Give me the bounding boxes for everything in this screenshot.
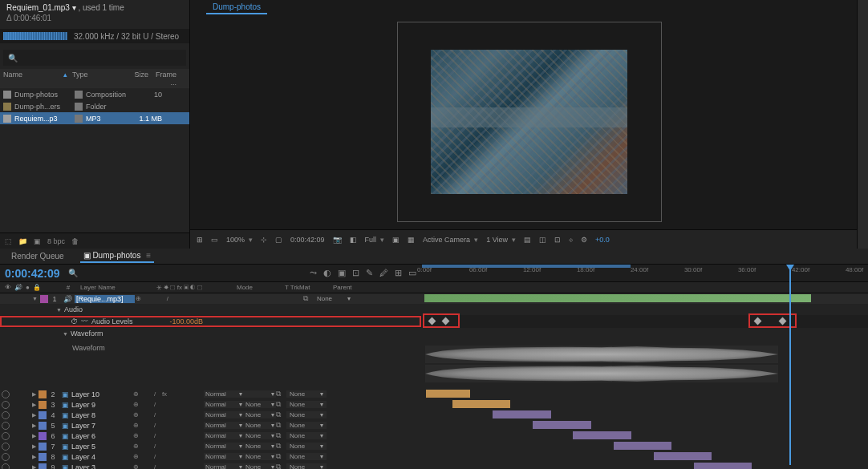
link-icon[interactable]: ⧉ (276, 400, 284, 409)
parent-dropdown[interactable]: None▾ (286, 411, 327, 418)
color-tag[interactable] (39, 390, 47, 398)
tl-icon-5[interactable]: ✎ (366, 268, 373, 278)
mode-dropdown[interactable]: Normal▾ (204, 390, 244, 398)
link-icon[interactable]: ⧉ (276, 442, 284, 451)
project-search-input[interactable]: 🔍 (3, 50, 186, 66)
tl-icon-1[interactable]: ⤳ (310, 268, 317, 278)
tl-icon-6[interactable]: 🖉 (379, 268, 388, 278)
timeline-ruler[interactable]: 0:00f06:00f12:00f18:00f24:00f30:00f36:00… (421, 265, 868, 281)
tl-icon-8[interactable]: ▭ (408, 268, 416, 278)
trkmat-dropdown[interactable]: None▾ (244, 411, 276, 418)
layer-row[interactable]: ▶ 5 ▣ Layer 7 ⊕/ Normal▾ None▾ ⧉ None▾ (0, 420, 868, 431)
viewer-tab[interactable]: Dump-photos (206, 1, 267, 14)
parent-dropdown[interactable]: None▾ (286, 422, 327, 429)
color-tag[interactable] (39, 401, 47, 409)
trkmat-dropdown[interactable]: None▾ (244, 463, 276, 469)
keyframe-icon[interactable] (779, 317, 787, 325)
flow-icon[interactable]: ⬚ (5, 237, 12, 245)
visibility-toggle[interactable] (2, 443, 10, 451)
timeline-timecode[interactable]: 0:00:42:09 (5, 267, 60, 280)
tab-render-queue[interactable]: Render Queue (8, 250, 67, 262)
layer-name[interactable]: [Requie...mp3] (75, 295, 135, 303)
layer-name[interactable]: Layer 8 (71, 411, 132, 419)
visibility-toggle[interactable] (2, 453, 10, 461)
col-type[interactable]: Type (72, 71, 116, 87)
stopwatch-icon[interactable]: ⏱ (71, 317, 78, 325)
parent-dropdown[interactable]: None▾ (286, 453, 327, 460)
mode-dropdown[interactable]: Normal▾ (204, 422, 244, 429)
trkmat-dropdown[interactable]: None▾ (244, 443, 276, 450)
twirl-icon[interactable]: ▶ (32, 443, 36, 450)
mode-dropdown[interactable]: Normal▾ (204, 432, 244, 439)
layer-name[interactable]: Layer 7 (71, 422, 132, 430)
zoom-dropdown[interactable]: 100% (226, 236, 253, 244)
camera-dropdown[interactable]: Active Camera (423, 236, 478, 244)
layer-row[interactable]: ▶ 8 ▣ Layer 4 ⊕/ Normal▾ None▾ ⧉ None▾ (0, 451, 868, 462)
mode-col[interactable]: Mode (237, 284, 285, 291)
link-icon[interactable]: ⧉ (276, 421, 284, 430)
trkmat-dropdown[interactable]: None▾ (244, 401, 276, 408)
view-icon-2[interactable]: ◫ (539, 236, 546, 244)
layer-name[interactable]: Layer 9 (71, 401, 132, 409)
audio-layer-bar[interactable] (424, 294, 811, 302)
project-item[interactable]: Dump-photosComposition10 (0, 88, 189, 100)
layer-duration-bar[interactable] (533, 421, 590, 429)
trkmat-dropdown[interactable]: None▾ (244, 422, 276, 429)
audio-levels-row[interactable]: ⏱ 〰 Audio Levels -100.00dB (0, 316, 421, 327)
channel-icon[interactable]: ◧ (350, 236, 357, 244)
mode-dropdown[interactable]: Normal▾ (204, 401, 244, 408)
graph-icon[interactable]: 〰 (81, 317, 88, 325)
grid-icon[interactable]: ⊞ (197, 236, 203, 244)
color-tag[interactable] (39, 453, 47, 461)
keyframe-icon[interactable] (442, 317, 450, 325)
keyframe-icon[interactable] (428, 317, 436, 325)
twirl-icon[interactable]: ▶ (32, 423, 36, 429)
layer-row[interactable]: ▶ 4 ▣ Layer 8 ⊕/ Normal▾ None▾ ⧉ None▾ (0, 410, 868, 420)
solo-col-icon[interactable]: ● (26, 284, 30, 291)
layer-name[interactable]: Layer 6 (71, 432, 132, 440)
visibility-toggle[interactable] (2, 390, 10, 398)
trkmat-col[interactable]: T TrkMat (285, 284, 333, 291)
tab-dump-photos[interactable]: ▣ Dump-photos ≡ (80, 249, 154, 263)
visibility-toggle[interactable] (2, 401, 10, 409)
mask-icon[interactable]: ▢ (275, 236, 282, 244)
color-tag[interactable] (40, 295, 48, 303)
folder-icon[interactable]: 📁 (18, 237, 27, 245)
layer-row-1[interactable]: ▼ 1 🔊 [Requie...mp3] ⊕/ ⧉ None▾ (0, 293, 868, 304)
eye-col-icon[interactable]: 👁 (5, 284, 11, 291)
mode-dropdown[interactable]: Normal▾ (204, 443, 244, 450)
project-item[interactable]: Requiem...p3MP31.1 MB (0, 112, 189, 124)
layer-row[interactable]: ▶ 2 ▣ Layer 10 ⊕/fx Normal▾ ▾ ⧉ None▾ (0, 389, 868, 399)
layer-duration-bar[interactable] (452, 400, 510, 408)
bpc-label[interactable]: 8 bpc (47, 237, 65, 245)
parent-dropdown[interactable]: None▾ (286, 443, 327, 450)
project-item[interactable]: Dump-ph...ersFolder (0, 100, 189, 112)
col-frame[interactable]: Frame ... (148, 71, 176, 87)
twirl-icon[interactable]: ▶ (32, 391, 36, 398)
layer-duration-bar[interactable] (426, 390, 471, 398)
layer-name[interactable]: Layer 10 (71, 390, 132, 398)
roi-icon[interactable]: ▣ (392, 236, 400, 244)
visibility-toggle[interactable] (2, 411, 10, 419)
layer-duration-bar[interactable] (654, 452, 712, 460)
tab-menu-icon[interactable]: ≡ (146, 251, 151, 260)
snapshot-icon[interactable]: 📷 (333, 236, 342, 244)
view-icon-1[interactable]: ▤ (524, 236, 531, 244)
parent-dropdown[interactable]: None▾ (286, 401, 327, 408)
trkmat-dropdown[interactable]: None▾ (244, 432, 276, 439)
tl-icon-3[interactable]: ▣ (338, 268, 346, 278)
sort-icon[interactable]: ▴ (63, 71, 67, 87)
parent-dropdown[interactable]: None▾ (286, 432, 327, 439)
mode-dropdown[interactable]: Normal▾ (204, 453, 244, 460)
visibility-toggle[interactable] (2, 432, 10, 440)
visibility-toggle[interactable] (2, 463, 10, 470)
comp-icon[interactable]: ▣ (34, 237, 41, 245)
visibility-toggle[interactable] (2, 422, 10, 430)
color-tag[interactable] (39, 443, 47, 451)
transparency-icon[interactable]: ▦ (408, 236, 415, 244)
layer-duration-bar[interactable] (573, 431, 631, 439)
col-name[interactable]: Name (3, 71, 63, 87)
layername-col[interactable]: Layer Name (80, 284, 156, 291)
twirl-icon[interactable]: ▼ (32, 296, 38, 301)
layer-row[interactable]: ▶ 9 ▣ Layer 3 ⊕/ Normal▾ None▾ ⧉ None▾ (0, 462, 868, 469)
